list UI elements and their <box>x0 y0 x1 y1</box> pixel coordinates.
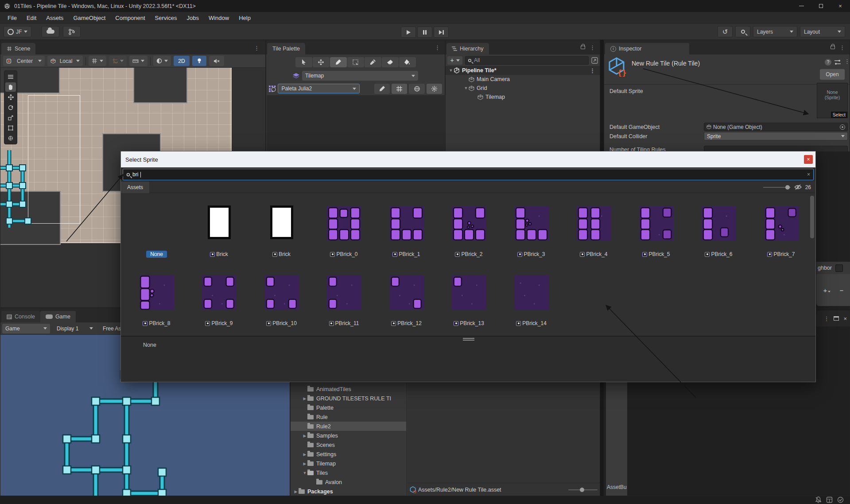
search-everywhere-button[interactable] <box>735 26 750 37</box>
remove-rule-button[interactable]: − <box>840 287 844 294</box>
project-folder-rule[interactable]: Rule <box>291 412 406 422</box>
menu-item-component[interactable]: Component <box>110 15 150 21</box>
lighting-toggle[interactable] <box>192 56 206 66</box>
hierarchy-add-button[interactable]: + <box>447 56 462 65</box>
tab-hierarchy[interactable]: Hierarchy <box>446 43 489 54</box>
sprite-item-pbrick-11[interactable]: PBrick_11 <box>313 275 375 327</box>
project-folder-ground-tilesets-rule-ti[interactable]: ▶GROUND TILESETS RULE TI <box>291 394 406 403</box>
palette-gizmos-button[interactable] <box>409 84 424 94</box>
dialog-zoom-slider[interactable] <box>763 187 791 188</box>
palette-dropdown[interactable]: Paleta Julia2 <box>278 84 359 93</box>
scale-tool[interactable] <box>5 113 16 122</box>
grid-axis-button[interactable] <box>89 56 106 66</box>
hierarchy-row-tilemap[interactable]: Tilemap <box>446 93 600 101</box>
grid-snap-button[interactable] <box>109 56 127 66</box>
tab-game[interactable]: Game <box>40 311 76 322</box>
help-icon[interactable]: ? <box>825 59 831 66</box>
sprite-item-pbrick-4[interactable]: PBrick_4 <box>563 205 625 258</box>
palette-edit-button[interactable] <box>374 84 390 94</box>
rotate-tool[interactable] <box>5 103 16 112</box>
slider-knob[interactable] <box>785 185 790 190</box>
hand-tool[interactable] <box>5 82 16 92</box>
grid-scrollbar[interactable] <box>810 196 814 238</box>
display-dropdown[interactable]: Display 1 <box>54 324 96 333</box>
step-button[interactable] <box>434 27 449 38</box>
chevron-right-icon[interactable]: ▶ <box>302 396 307 401</box>
palette-picker-tool[interactable] <box>365 57 381 67</box>
sprite-item-pbrick-10[interactable]: PBrick_10 <box>250 275 313 327</box>
chevron-right-icon[interactable]: ▶ <box>302 461 307 466</box>
palette-brush-tool[interactable] <box>330 57 347 67</box>
maximize-button[interactable] <box>811 0 831 12</box>
sprite-item-pbrick-8[interactable]: PBrick_8 <box>125 275 188 327</box>
close-icon[interactable]: × <box>843 315 847 322</box>
sprite-item-pbrick-7[interactable]: PBrick_7 <box>750 205 812 258</box>
2d-toggle[interactable]: 2D <box>174 56 190 66</box>
project-folder-packages[interactable]: ▶Packages <box>291 487 406 496</box>
notifications-muted-icon[interactable] <box>815 496 822 503</box>
cache-server-icon[interactable] <box>826 496 833 503</box>
hierarchy-row-grid[interactable]: ▼Grid <box>446 84 600 93</box>
rect-tool[interactable] <box>5 123 16 132</box>
project-folder-rule2[interactable]: Rule2 <box>291 422 406 431</box>
dialog-header[interactable]: Select Sprite × <box>121 151 815 167</box>
object-picker-icon[interactable] <box>840 124 845 130</box>
sprite-item-none[interactable]: None <box>125 205 188 258</box>
presets-icon[interactable] <box>834 59 841 65</box>
default-gameobject-field[interactable]: None (Game Object) <box>704 123 848 131</box>
neighbor-checkbox[interactable] <box>835 264 843 272</box>
add-rule-button[interactable]: + <box>823 287 831 294</box>
sprite-item-pbrick-5[interactable]: PBrick_5 <box>625 205 687 258</box>
tab-tile-palette[interactable]: Tile Palette <box>267 43 305 54</box>
menu-item-gameobject[interactable]: GameObject <box>68 15 110 21</box>
overlay-menu-icon[interactable] <box>5 72 16 81</box>
slider-knob[interactable] <box>580 488 584 492</box>
sprite-item-pbrick-14[interactable]: PBrick_14 <box>500 275 563 327</box>
scene-menu-kebab[interactable]: ⋮ <box>254 45 260 51</box>
sprite-item-brick[interactable]: Brick <box>250 205 313 258</box>
chevron-down-icon[interactable]: ▼ <box>302 471 307 475</box>
chevron-down-icon[interactable]: ▼ <box>463 86 469 90</box>
palette-box-tool[interactable] <box>347 57 364 67</box>
palette-eraser-tool[interactable] <box>382 57 399 67</box>
project-folder-settings[interactable]: ▶Settings <box>291 450 406 459</box>
progress-ok-icon[interactable] <box>837 496 844 503</box>
project-folder-tilemap[interactable]: ▶Tilemap <box>291 459 406 468</box>
menu-item-window[interactable]: Window <box>204 15 234 21</box>
cloud-button[interactable] <box>42 26 59 37</box>
chevron-down-icon[interactable]: ▼ <box>448 68 454 73</box>
hierarchy-search-input[interactable]: All <box>465 56 589 65</box>
measure-button[interactable] <box>129 56 147 66</box>
audio-toggle[interactable] <box>209 56 224 66</box>
move-tool[interactable] <box>5 93 16 102</box>
tile-palette-kebab[interactable]: ⋮ <box>435 44 440 51</box>
version-control-button[interactable] <box>63 26 81 37</box>
tab-scene[interactable]: Scene <box>1 43 35 54</box>
undo-history-button[interactable]: ↺ <box>718 26 733 37</box>
sprite-item-pbrick-0[interactable]: PBrick_0 <box>313 205 375 258</box>
project-folder-tiles[interactable]: ▼Tiles <box>291 468 406 477</box>
inspector-kebab[interactable]: ⋮ <box>839 44 845 51</box>
account-button[interactable]: JF <box>4 26 31 37</box>
sprite-search-input[interactable]: bri × <box>123 169 814 180</box>
hierarchy-lock-icon[interactable] <box>581 46 585 49</box>
project-folder-palette[interactable]: Palette <box>291 403 406 412</box>
layout-dropdown[interactable]: Layout <box>800 26 845 37</box>
component-kebab[interactable]: ⋮ <box>844 58 850 65</box>
dialog-tab-assets[interactable]: Assets <box>121 182 149 193</box>
shading-dropdown[interactable] <box>153 56 171 66</box>
palette-move-tool[interactable] <box>313 57 330 67</box>
chevron-right-icon[interactable]: ▶ <box>302 452 307 457</box>
menu-item-file[interactable]: File <box>3 15 22 21</box>
resize-handle[interactable] <box>463 338 474 341</box>
sprite-item-pbrick-13[interactable]: PBrick_13 <box>438 275 500 327</box>
close-button[interactable]: × <box>831 0 850 12</box>
sprite-item-pbrick-12[interactable]: PBrick_12 <box>375 275 438 327</box>
menu-item-edit[interactable]: Edit <box>22 15 41 21</box>
thumbnail-size-slider[interactable] <box>568 489 598 490</box>
project-folder-avalon[interactable]: Avalon <box>291 477 406 487</box>
floating-kebab[interactable]: ⋮ <box>823 315 829 322</box>
open-button[interactable]: Open <box>820 69 845 80</box>
space-dropdown[interactable]: Local <box>47 56 83 66</box>
sprite-item-pbrick-3[interactable]: PBrick_3 <box>500 205 563 258</box>
